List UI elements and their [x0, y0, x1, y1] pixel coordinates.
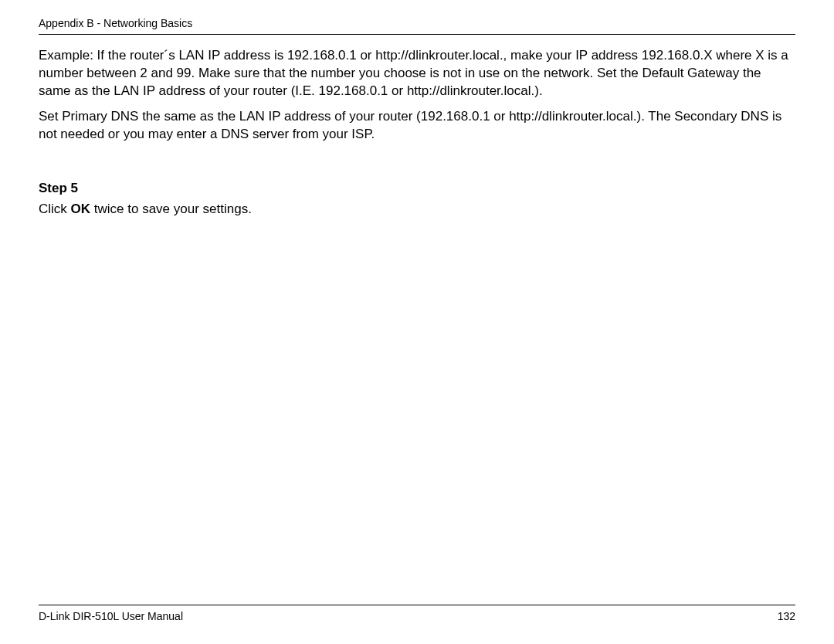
- page-footer: D-Link DIR-510L User Manual 132: [39, 605, 795, 622]
- paragraph-dns: Set Primary DNS the same as the LAN IP a…: [39, 108, 795, 144]
- step-instruction: Click OK twice to save your settings.: [39, 201, 795, 219]
- document-page: Appendix B - Networking Basics Example: …: [0, 0, 834, 644]
- step-heading: Step 5: [39, 181, 795, 196]
- step-text-prefix: Click: [39, 202, 71, 216]
- step-text-suffix: twice to save your settings.: [90, 202, 252, 216]
- step-text-bold: OK: [71, 202, 91, 216]
- footer-manual-title: D-Link DIR-510L User Manual: [39, 610, 183, 622]
- header-title: Appendix B - Networking Basics: [39, 17, 192, 29]
- step-block: Step 5 Click OK twice to save your setti…: [39, 181, 795, 219]
- footer-page-number: 132: [778, 610, 795, 622]
- page-header: Appendix B - Networking Basics: [39, 17, 795, 35]
- paragraph-example: Example: If the router´s LAN IP address …: [39, 47, 795, 100]
